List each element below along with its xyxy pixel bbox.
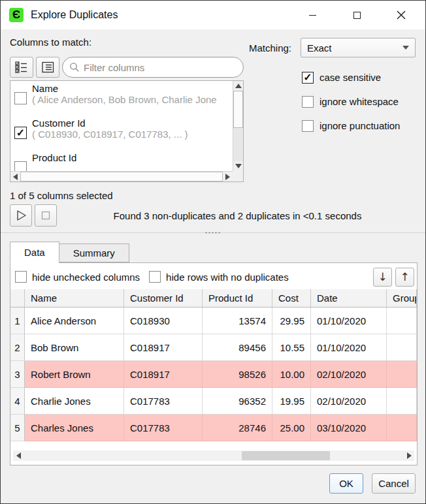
table-row-1[interactable]: 1Alice AndersonC0189301357429.9501/10/20… xyxy=(10,307,417,334)
table-horizontal-scrollbar[interactable] xyxy=(13,450,414,461)
table-row-4[interactable]: 4Charlie JonesC0177839635219.9502/10/202… xyxy=(10,388,417,415)
cell-group xyxy=(387,415,417,441)
cell-product-id: 28746 xyxy=(203,415,272,441)
play-icon xyxy=(14,209,27,222)
ok-button[interactable]: OK xyxy=(329,473,363,494)
run-row: Found 3 non-duplicates and 2 duplicates … xyxy=(10,204,416,227)
previous-duplicate-button[interactable]: ↑ xyxy=(395,268,414,287)
column-item-customer-id[interactable]: ✓ Customer Id ( C018930, C018917, C01778… xyxy=(10,116,233,150)
scroll-right-button[interactable] xyxy=(223,172,233,181)
close-button[interactable] xyxy=(391,1,411,29)
ignore-whitespace-checkbox[interactable] xyxy=(302,96,314,108)
next-duplicate-button[interactable]: ↓ xyxy=(373,268,392,287)
cell-cost: 10.00 xyxy=(272,361,311,388)
data-table: NameCustomer IdProduct IdCostDateGroup 1… xyxy=(10,289,417,441)
row-number: 2 xyxy=(10,334,25,361)
matching-label: Matching: xyxy=(249,42,291,54)
cell-date: 01/10/2020 xyxy=(311,307,387,334)
minimize-button[interactable] xyxy=(303,1,322,29)
table-row-3[interactable]: 3Robert BrownC0189179852610.0002/10/2020 xyxy=(10,361,417,388)
matching-value: Exact xyxy=(307,42,332,54)
columns-selected-status: 1 of 5 columns selected xyxy=(10,190,113,201)
scroll-up-icon xyxy=(235,84,242,88)
filter-columns-field[interactable] xyxy=(62,57,244,78)
column-sample-values: ( Alice Anderson, Bob Brown, Charlie Jon… xyxy=(32,94,217,105)
cancel-button[interactable]: Cancel xyxy=(372,473,416,494)
match-option-label: ignore whitespace xyxy=(320,96,399,107)
cell-product-id: 96352 xyxy=(203,388,272,415)
scroll-up-button[interactable] xyxy=(233,81,243,91)
column-item-name[interactable]: Name ( Alice Anderson, Bob Brown, Charli… xyxy=(10,81,233,116)
column-header-name[interactable]: Name xyxy=(25,289,124,307)
scroll-left-icon xyxy=(16,452,21,459)
scroll-left-button[interactable] xyxy=(10,172,20,181)
cell-group xyxy=(387,334,417,361)
filter-row xyxy=(10,57,244,78)
app-logo-icon: Є xyxy=(9,8,24,22)
close-icon xyxy=(397,10,406,20)
tab-summary[interactable]: Summary xyxy=(59,244,129,262)
cell-customer-id: C018917 xyxy=(124,334,203,361)
cell-name: Alice Anderson xyxy=(25,307,124,334)
column-name: Name xyxy=(32,83,217,94)
table-header-row: NameCustomer IdProduct IdCostDateGroup xyxy=(10,289,417,307)
explore-duplicates-dialog: Є Explore Duplicates Columns to match: xyxy=(0,0,426,504)
match-option-label: ignore punctuation xyxy=(320,120,400,131)
check-all-columns-button[interactable] xyxy=(10,57,33,78)
table-scroll-left-button[interactable] xyxy=(13,450,24,461)
row-number: 4 xyxy=(10,388,25,415)
scroll-down-button[interactable] xyxy=(233,161,243,171)
splitter-handle[interactable] xyxy=(205,232,221,234)
vertical-scroll-thumb[interactable] xyxy=(233,91,243,128)
table-scroll-thumb[interactable] xyxy=(242,451,330,460)
row-number-header xyxy=(10,289,25,307)
columns-to-match-label: Columns to match: xyxy=(10,37,91,48)
column-header-group[interactable]: Group xyxy=(387,289,417,307)
stop-button[interactable] xyxy=(35,204,57,227)
uncheck-all-columns-button[interactable] xyxy=(36,57,59,78)
caption-buttons xyxy=(303,1,425,29)
horizontal-scroll-thumb[interactable] xyxy=(20,172,223,181)
column-checkbox[interactable] xyxy=(14,161,27,171)
chevron-down-icon xyxy=(402,46,409,50)
case-sensitive-checkbox[interactable]: ✓ xyxy=(302,72,314,84)
column-item-product-id[interactable]: Product Id xyxy=(10,150,233,171)
ignore-punctuation-checkbox[interactable] xyxy=(302,120,314,132)
table-scroll-right-button[interactable] xyxy=(404,450,414,461)
minimize-icon xyxy=(309,15,316,16)
hide-unchecked-columns-checkbox[interactable] xyxy=(15,271,27,283)
column-header-product-id[interactable]: Product Id xyxy=(203,289,272,307)
column-list-items: Name ( Alice Anderson, Bob Brown, Charli… xyxy=(10,81,233,171)
duplicates-result-text: Found 3 non-duplicates and 2 duplicates … xyxy=(59,210,416,221)
filter-columns-input[interactable] xyxy=(84,62,237,73)
cell-customer-id: C018917 xyxy=(124,361,203,388)
column-checkbox[interactable] xyxy=(14,92,27,104)
column-header-date[interactable]: Date xyxy=(311,289,387,307)
table-options-row: hide unchecked columns hide rows with no… xyxy=(14,266,414,288)
cell-name: Charles Jones xyxy=(25,415,124,441)
match-option-case-sensitive: ✓ case sensitive xyxy=(302,71,400,84)
matching-dropdown[interactable]: Exact xyxy=(301,38,416,57)
top-section: Columns to match: xyxy=(1,29,425,232)
columns-list-vertical-scrollbar[interactable] xyxy=(233,81,243,171)
scroll-right-icon xyxy=(225,174,230,180)
column-header-cost[interactable]: Cost xyxy=(272,289,311,307)
column-checkbox[interactable]: ✓ xyxy=(14,127,27,139)
data-tab-pane: hide unchecked columns hide rows with no… xyxy=(10,262,418,465)
tab-data[interactable]: Data xyxy=(10,242,59,263)
cell-customer-id: C018930 xyxy=(124,307,203,334)
scrollbar-corner xyxy=(233,171,243,181)
table-row-5[interactable]: 5Charles JonesC0177832874625.0003/10/202… xyxy=(10,415,417,441)
matching-row: Matching: Exact xyxy=(249,38,416,57)
run-button[interactable] xyxy=(10,204,32,227)
hide-rows-no-duplicates-checkbox[interactable] xyxy=(149,271,161,283)
columns-list-horizontal-scrollbar[interactable] xyxy=(10,171,233,181)
column-header-customer-id[interactable]: Customer Id xyxy=(124,289,203,307)
checklist-icon xyxy=(15,61,28,73)
cell-cost: 25.00 xyxy=(272,415,311,441)
table-row-2[interactable]: 2Bob BrownC0189178945610.5501/10/2020 xyxy=(10,334,417,361)
cell-date: 03/10/2020 xyxy=(311,415,387,441)
cell-name: Bob Brown xyxy=(25,334,124,361)
cell-cost: 29.95 xyxy=(272,307,311,334)
maximize-button[interactable] xyxy=(347,1,367,29)
